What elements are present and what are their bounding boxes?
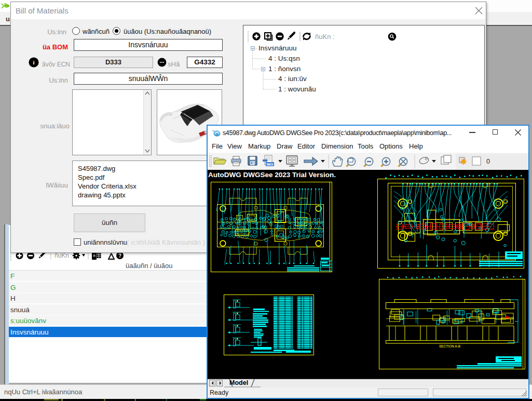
svg-text:?: ?: [118, 253, 121, 259]
svg-text:ñuKn :: ñuKn :: [54, 252, 73, 259]
svg-text:0: 0: [486, 158, 490, 165]
svg-text:ñuKn :: ñuKn :: [315, 33, 335, 41]
svg-text:IMG: IMG: [266, 163, 274, 166]
svg-text:i: i: [33, 59, 34, 65]
svg-text:a: a: [93, 253, 96, 258]
svg-text:SECTION A-B: SECTION A-B: [439, 344, 460, 348]
svg-text:a: a: [216, 131, 219, 136]
